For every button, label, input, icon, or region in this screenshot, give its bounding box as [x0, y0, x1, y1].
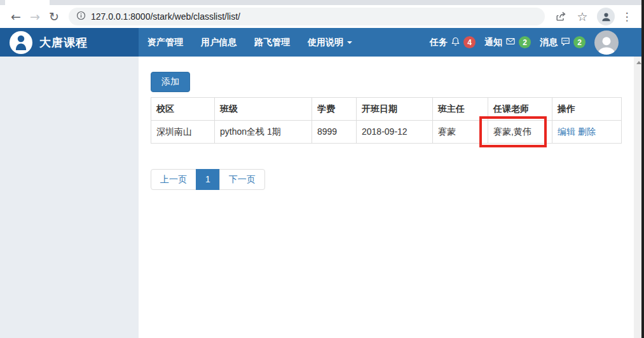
nav-item-users[interactable]: 用户信息 [192, 28, 245, 57]
active-tab[interactable] [5, 0, 50, 5]
share-icon[interactable] [551, 7, 570, 26]
app-logo-icon [10, 31, 32, 54]
cell-campus: 深圳南山 [151, 121, 215, 144]
messages-count-badge: 2 [573, 36, 586, 48]
brand[interactable]: 大唐课程 [0, 28, 139, 57]
navbar-status-area: 任务 4 通知 2 消息 2 [430, 28, 644, 57]
comment-icon [561, 37, 570, 48]
forward-icon[interactable]: → [25, 7, 45, 26]
user-avatar[interactable] [594, 30, 619, 55]
brand-title: 大唐课程 [39, 35, 88, 50]
bell-icon [451, 37, 460, 48]
url-bar[interactable]: 127.0.0.1:8000/stark/web/classlist/list/ [69, 8, 545, 25]
scroll-up-icon[interactable] [636, 61, 641, 64]
screen-edge [641, 0, 644, 338]
bookmark-star-icon[interactable]: ☆ [573, 7, 592, 26]
delete-link[interactable]: 删除 [578, 126, 596, 137]
page-body: 添加 校区 班级 学费 开班日期 班主任 任课老师 操作 [0, 57, 644, 338]
classlist-table: 校区 班级 学费 开班日期 班主任 任课老师 操作 深圳南山 python全栈 … [151, 97, 622, 144]
table-header-row: 校区 班级 学费 开班日期 班主任 任课老师 操作 [151, 98, 622, 121]
notifications-label: 通知 [484, 37, 502, 48]
app-navbar: 大唐课程 资产管理 用户信息 路飞管理 使用说明 任务 4 [0, 28, 644, 57]
nav-item-label: 路飞管理 [254, 37, 290, 48]
pagination: 上一页 1 下一页 [151, 169, 265, 190]
tab-strip [0, 0, 644, 5]
cell-class: python全栈 1期 [215, 121, 312, 144]
messages-menu[interactable]: 消息 2 [540, 36, 586, 48]
header-class: 班级 [215, 98, 312, 121]
page-info-icon[interactable] [76, 11, 86, 23]
cell-actions: 编辑 删除 [552, 121, 622, 144]
main-content: 添加 校区 班级 学费 开班日期 班主任 任课老师 操作 [139, 57, 634, 338]
cell-teachers: 赛蒙,黄伟 [488, 121, 552, 144]
pagination-page-1[interactable]: 1 [196, 169, 220, 190]
reload-icon[interactable]: ↻ [45, 7, 64, 26]
cell-head-teacher: 赛蒙 [433, 121, 488, 144]
browser-menu-icon[interactable]: ⋮ [620, 7, 634, 26]
messages-label: 消息 [540, 37, 558, 48]
nav-item-label: 资产管理 [147, 37, 183, 48]
header-teachers: 任课老师 [488, 98, 552, 121]
url-text[interactable]: 127.0.0.1:8000/stark/web/classlist/list/ [91, 11, 240, 22]
header-campus: 校区 [151, 98, 215, 121]
nav-item-help-dropdown[interactable]: 使用说明 [299, 28, 361, 57]
tasks-menu[interactable]: 任务 4 [430, 36, 476, 48]
nav-item-label: 用户信息 [201, 37, 236, 48]
notifications-menu[interactable]: 通知 2 [484, 36, 531, 48]
header-head-teacher: 班主任 [433, 98, 488, 121]
edit-link[interactable]: 编辑 [558, 126, 575, 137]
pagination-prev[interactable]: 上一页 [151, 169, 196, 190]
browser-profile-avatar[interactable] [597, 8, 615, 25]
tasks-count-badge: 4 [463, 36, 476, 48]
header-tuition: 学费 [312, 98, 357, 121]
header-start-date: 开班日期 [357, 98, 433, 121]
header-actions: 操作 [552, 98, 622, 121]
toolbar-right: ☆ ⋮ [551, 7, 634, 26]
nav-item-label: 使用说明 [308, 37, 343, 48]
nav-items: 资产管理 用户信息 路飞管理 使用说明 [139, 28, 361, 57]
tasks-label: 任务 [430, 37, 448, 48]
sidebar [0, 57, 139, 338]
nav-item-luffy[interactable]: 路飞管理 [245, 28, 299, 57]
back-icon[interactable]: ← [6, 7, 25, 26]
browser-toolbar: ← → ↻ 127.0.0.1:8000/stark/web/classlist… [0, 5, 644, 28]
cell-tuition: 8999 [312, 121, 357, 144]
notifications-count-badge: 2 [519, 36, 531, 48]
nav-item-assets[interactable]: 资产管理 [139, 28, 192, 57]
chevron-down-icon [347, 41, 352, 44]
add-button[interactable]: 添加 [151, 72, 190, 92]
envelope-icon [505, 37, 516, 48]
pagination-next[interactable]: 下一页 [219, 169, 265, 190]
cell-start-date: 2018-09-12 [357, 121, 433, 144]
table-row: 深圳南山 python全栈 1期 8999 2018-09-12 赛蒙 赛蒙,黄… [151, 121, 622, 144]
browser-window: ← → ↻ 127.0.0.1:8000/stark/web/classlist… [0, 0, 644, 338]
